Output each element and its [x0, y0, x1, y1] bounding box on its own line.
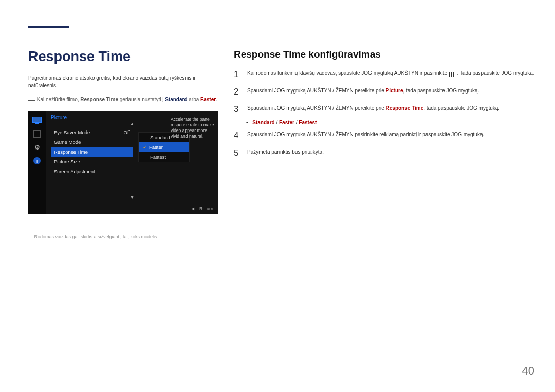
menu-icon	[449, 71, 456, 76]
footnote-rule	[28, 230, 157, 230]
left-column: Response Time Pagreitinamas ekrano atsak…	[28, 49, 218, 239]
gear-icon: ⚙	[32, 144, 42, 151]
step-3: 3 Spausdami JOG mygtuką AUKŠTYN / ŽEMYN …	[234, 104, 534, 115]
step-4: 4 Spausdami JOG mygtuką AUKŠTYN / ŽEMYN …	[234, 130, 534, 141]
note-text: ― Kai nežiūrite filmo, Response Time ger…	[28, 95, 218, 105]
step-2: 2 Spausdami JOG mygtuką AUKŠTYN / ŽEMYN …	[234, 87, 534, 97]
osd-sub-faster: ✓Faster	[139, 142, 189, 152]
footnote-text: ― Rodomas vaizdas gali skirtis atsižvelg…	[28, 234, 218, 239]
header-accent-bar	[28, 26, 69, 28]
osd-footer: ◄ Return	[191, 206, 213, 211]
note-dash: ―	[28, 96, 35, 104]
step-5: 5 Pažymėta parinktis bus pritaikyta.	[234, 148, 534, 158]
right-column: Response Time konfigūravimas 1 Kai rodom…	[234, 49, 534, 239]
steps-list: 1 Kai rodomas funkcinių klavišų vadovas,…	[234, 69, 534, 158]
osd-sub-fastest: Fastest	[139, 152, 189, 162]
osd-item-response-time: Response Time	[51, 147, 133, 157]
osd-description: Accelerate the panel response rate to ma…	[171, 117, 214, 139]
monitor-icon	[32, 117, 42, 124]
page-number: 40	[522, 364, 534, 378]
osd-item-eye-saver: Eye Saver ModeOff	[51, 127, 133, 137]
square-icon	[33, 130, 41, 138]
osd-item-game-mode: Game Mode	[51, 137, 133, 147]
check-icon: ✓	[143, 144, 147, 150]
osd-nav-left-icon: ◄	[191, 206, 195, 211]
osd-sidebar: ⚙ i	[28, 111, 46, 214]
page-title: Response Time	[28, 49, 218, 65]
osd-list: Eye Saver ModeOff Game Mode Response Tim…	[51, 127, 133, 176]
header-rule	[72, 27, 534, 27]
osd-item-picture-size: Picture Size	[51, 157, 133, 166]
section-heading: Response Time konfigūravimas	[234, 49, 534, 60]
options-bullet: • Standard / Faster / Fastest	[246, 120, 534, 125]
osd-screenshot: ⚙ i Picture ▲ Eye Saver ModeOff Game Mod…	[28, 111, 218, 214]
page-content: Response Time Pagreitinamas ekrano atsak…	[28, 49, 534, 239]
osd-return-label: Return	[199, 206, 213, 211]
step-1: 1 Kai rodomas funkcinių klavišų vadovas,…	[234, 69, 534, 80]
osd-main: Picture ▲ Eye Saver ModeOff Game Mode Re…	[46, 111, 218, 214]
info-icon: i	[33, 157, 41, 164]
osd-item-screen-adjustment: Screen Adjustment	[51, 166, 133, 176]
osd-arrow-down: ▼	[130, 195, 135, 200]
intro-text: Pagreitinamas ekrano atsako greitis, kad…	[28, 74, 218, 89]
